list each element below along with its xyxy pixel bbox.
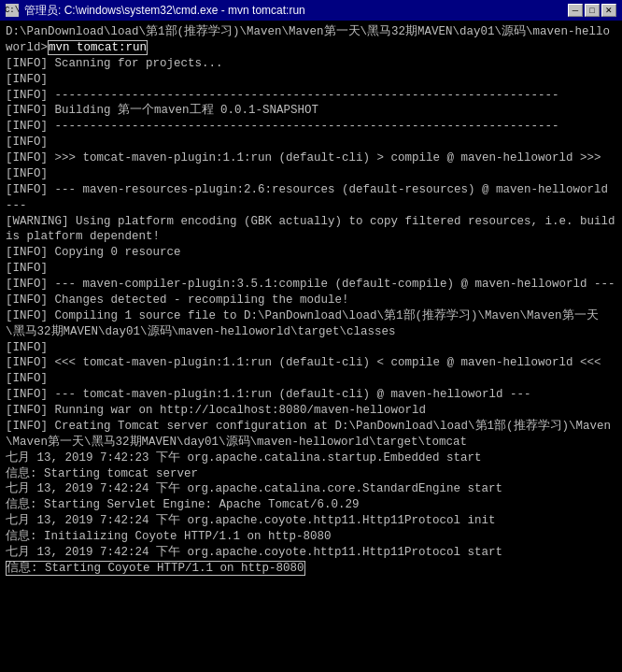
console-line-10: [INFO] --- maven-resources-plugin:2.6:re… [6,182,616,214]
console-line-16: [INFO] Compiling 1 source file to D:\Pan… [6,308,616,340]
console-line-18: [INFO] <<< tomcat-maven-plugin:1.1:run (… [6,355,616,371]
console-line-15: [INFO] Changes detected - recompiling th… [6,293,616,308]
console-line-24: 信息: Starting tomcat server [6,466,616,482]
console-line-17: [INFO] [6,340,616,356]
cmd-window: C:\ 管理员: C:\windows\system32\cmd.exe - m… [0,0,622,672]
console-line-22: [INFO] Creating Tomcat server configurat… [6,419,616,450]
close-button[interactable]: ✕ [601,4,616,17]
console-line-28: 信息: Initializing Coyote HTTP/1.1 on http… [6,529,616,545]
console-line-30: 信息: Starting Coyote HTTP/1.1 on http-808… [6,561,616,577]
window-title: 管理员: C:\windows\system32\cmd.exe - mvn t… [24,3,305,19]
console-line-9: [INFO] [6,166,616,182]
console-line-11: [WARNING] Using platform encoding (GBK a… [6,214,616,246]
console-line-2: [INFO] Scanning for projects... [6,56,616,72]
console-line-27: 七月 13, 2019 7:42:24 下午 org.apache.coyote… [6,513,616,529]
console-line-29: 七月 13, 2019 7:42:24 下午 org.apache.coyote… [6,545,616,561]
console-line-6: [INFO] ---------------------------------… [6,119,616,135]
console-line-25: 七月 13, 2019 7:42:24 下午 org.apache.catali… [6,481,616,497]
console-line-12: [INFO] Copying 0 resource [6,245,616,261]
console-line-14: [INFO] --- maven-compiler-plugin:3.5.1:c… [6,277,616,293]
console-line-19: [INFO] [6,371,616,387]
console-line-1: D:\PanDownload\load\第1部(推荐学习)\Maven\Mave… [6,24,616,56]
console-line-23: 七月 13, 2019 7:42:23 下午 org.apache.catali… [6,450,616,466]
console-line-5: [INFO] Building 第一个maven工程 0.0.1-SNAPSHO… [6,103,616,119]
console-line-7: [INFO] [6,135,616,150]
title-bar-left: C:\ 管理员: C:\windows\system32\cmd.exe - m… [6,3,305,19]
console-line-21: [INFO] Running war on http://localhost:8… [6,403,616,419]
console-line-8: [INFO] >>> tomcat-maven-plugin:1.1:run (… [6,150,616,166]
console-line-4: [INFO] ---------------------------------… [6,88,616,104]
maximize-button[interactable]: □ [585,4,600,17]
console-line-26: 信息: Starting Servlet Engine: Apache Tomc… [6,497,616,513]
title-bar: C:\ 管理员: C:\windows\system32\cmd.exe - m… [0,0,622,21]
console-line-20: [INFO] --- tomcat-maven-plugin:1.1:run (… [6,387,616,403]
cmd-icon: C:\ [6,4,19,17]
console-output: D:\PanDownload\load\第1部(推荐学习)\Maven\Mave… [0,21,622,672]
console-line-13: [INFO] [6,261,616,277]
console-line-3: [INFO] [6,72,616,88]
title-buttons: ─ □ ✕ [568,4,616,17]
minimize-button[interactable]: ─ [568,4,583,17]
